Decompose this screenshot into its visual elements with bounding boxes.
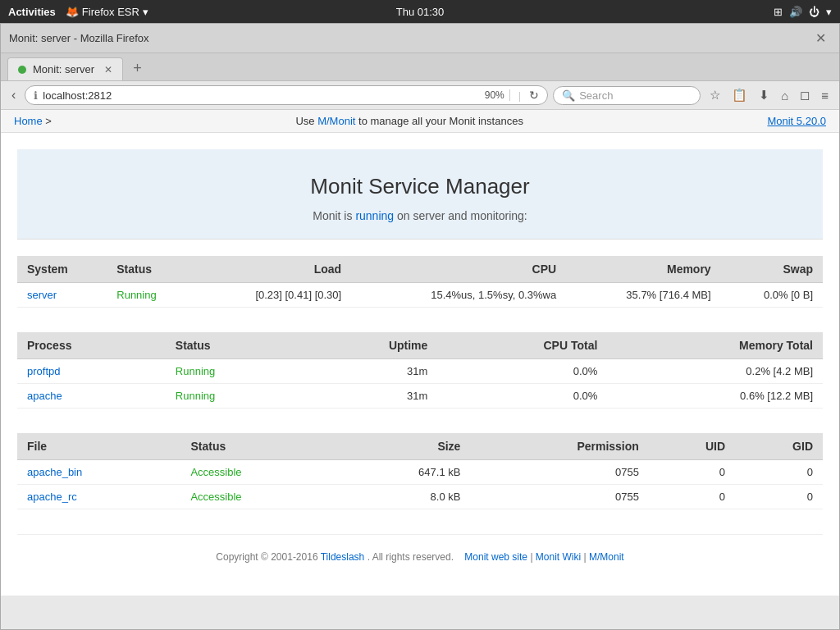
subtitle-prefix: Monit is — [313, 209, 352, 222]
swap-col-header: Swap — [721, 256, 823, 283]
file-status-cell: Accessible — [180, 485, 335, 509]
system-table-header-row: System Status Load CPU Memory Swap — [17, 256, 823, 283]
footer-monit-site-link[interactable]: Monit web site — [464, 551, 527, 563]
file-uid-cell: 0 — [649, 485, 735, 509]
address-field[interactable]: ℹ localhost:2812 90% | ↻ — [25, 85, 548, 105]
cpu-total-col-header: CPU Total — [437, 332, 607, 359]
breadcrumb-bar: Home > Use M/Monit to manage all your Mo… — [1, 110, 839, 133]
tab-bar: Monit: server ✕ + — [1, 53, 839, 81]
system-status-cell: Running — [107, 283, 194, 308]
browser-close-button[interactable]: ✕ — [810, 29, 831, 48]
file-status: Accessible — [190, 491, 241, 503]
new-tab-button[interactable]: + — [126, 57, 148, 80]
page-title: Monit Service Manager — [34, 174, 806, 199]
address-bar: ‹ ℹ localhost:2812 90% | ↻ 🔍 Search ☆ 📋 … — [1, 81, 839, 110]
process-name-cell: apache — [17, 384, 166, 409]
breadcrumb-separator: > — [45, 115, 52, 127]
search-icon: 🔍 — [562, 89, 575, 102]
bookmark-star-button[interactable]: ☆ — [705, 85, 724, 105]
network-icon: ⊞ — [774, 6, 783, 18]
table-row: apache_rc Accessible 8.0 kB 0755 0 0 — [17, 485, 823, 509]
process-cpu-cell: 0.0% — [437, 384, 607, 409]
browser-titlebar: Monit: server - Mozilla Firefox ✕ — [1, 24, 839, 53]
os-topbar: Activities 🦊 Firefox ESR ▾ Thu 01:30 ⊞ 🔊… — [0, 0, 840, 23]
permission-col-header: Permission — [470, 433, 648, 460]
file-permission-cell: 0755 — [470, 460, 648, 485]
tab-favicon — [18, 66, 26, 74]
file-table: File Status Size Permission UID GID apac… — [17, 433, 823, 509]
uid-col-header: UID — [649, 433, 735, 460]
page-header: Monit Service Manager Monit is running o… — [17, 149, 823, 240]
process-status-col-header: Status — [166, 332, 303, 359]
server-link[interactable]: server — [27, 289, 57, 301]
process-col-header: Process — [17, 332, 166, 359]
process-table-header-row: Process Status Uptime CPU Total Memory T… — [17, 332, 823, 359]
footer-mmonit-link[interactable]: M/Monit — [589, 551, 624, 563]
search-placeholder: Search — [579, 89, 613, 102]
home-link[interactable]: Home — [14, 115, 43, 127]
bookmark-button[interactable]: 📋 — [728, 85, 751, 105]
subtitle-suffix: on server and monitoring: — [397, 209, 527, 222]
process-memory-cell: 0.2% [4.2 MB] — [607, 359, 823, 384]
mmonit-link[interactable]: M/Monit — [317, 115, 355, 127]
system-name-cell: server — [17, 283, 107, 308]
monit-version-link[interactable]: Monit 5.20.0 — [767, 115, 826, 127]
tab-title: Monit: server — [33, 63, 94, 75]
download-button[interactable]: ⬇ — [755, 85, 774, 105]
footer-monit-wiki-link[interactable]: Monit Wiki — [536, 551, 581, 563]
load-col-header: Load — [195, 256, 352, 283]
active-tab[interactable]: Monit: server ✕ — [7, 57, 123, 80]
toolbar-icons: ☆ 📋 ⬇ ⌂ ◻ ≡ — [705, 85, 833, 105]
file-permission-cell: 0755 — [470, 485, 648, 509]
os-activities[interactable]: Activities — [8, 6, 56, 18]
file-col-header: File — [17, 433, 180, 460]
info-icon: ℹ — [34, 89, 38, 102]
file-name-cell: apache_rc — [17, 485, 180, 509]
page-footer: Copyright © 2001-2016 Tildeslash . All r… — [17, 534, 823, 579]
browser-window: Monit: server - Mozilla Firefox ✕ Monit:… — [0, 23, 840, 630]
os-firefox-label[interactable]: 🦊 Firefox ESR ▾ — [66, 6, 148, 18]
table-row: apache_bin Accessible 647.1 kB 0755 0 0 — [17, 460, 823, 485]
apache-link[interactable]: apache — [27, 390, 62, 402]
address-separator: | — [518, 89, 521, 102]
home-button[interactable]: ⌂ — [777, 86, 792, 105]
pocket-button[interactable]: ◻ — [796, 85, 814, 105]
file-name-cell: apache_bin — [17, 460, 180, 485]
footer-company-link[interactable]: Tildeslash — [321, 551, 365, 563]
apache-bin-link[interactable]: apache_bin — [27, 466, 82, 478]
file-status-cell: Accessible — [180, 460, 335, 485]
cpu-col-header: CPU — [351, 256, 566, 283]
gid-col-header: GID — [735, 433, 823, 460]
apache-rc-link[interactable]: apache_rc — [27, 491, 77, 503]
reload-button[interactable]: ↻ — [529, 89, 539, 102]
search-field[interactable]: 🔍 Search — [553, 86, 701, 105]
file-status-col-header: Status — [180, 433, 335, 460]
file-status: Accessible — [190, 466, 241, 478]
table-row: apache Running 31m 0.0% 0.6% [12.2 MB] — [17, 384, 823, 409]
os-time: Thu 01:30 — [396, 6, 445, 18]
page-subtitle: Monit is running on server and monitorin… — [34, 209, 806, 222]
status-col-header: Status — [107, 256, 194, 283]
file-size-cell: 8.0 kB — [336, 485, 471, 509]
footer-rights: . All rights reserved. — [368, 551, 454, 563]
tab-close-button[interactable]: ✕ — [104, 64, 112, 75]
menu-button[interactable]: ≡ — [817, 86, 833, 105]
uptime-col-header: Uptime — [303, 332, 438, 359]
power-icon: ⏻ — [809, 6, 819, 18]
system-table: System Status Load CPU Memory Swap serve… — [17, 256, 823, 308]
system-swap-cell: 0.0% [0 B] — [721, 283, 823, 308]
file-table-header-row: File Status Size Permission UID GID — [17, 433, 823, 460]
file-size-cell: 647.1 kB — [336, 460, 471, 485]
memory-col-header: Memory — [566, 256, 721, 283]
back-button[interactable]: ‹ — [7, 86, 20, 104]
process-uptime-cell: 31m — [303, 359, 438, 384]
process-uptime-cell: 31m — [303, 384, 438, 409]
size-col-header: Size — [336, 433, 471, 460]
system-col-header: System — [17, 256, 107, 283]
proftpd-link[interactable]: proftpd — [27, 365, 60, 377]
firefox-icon: 🦊 — [66, 6, 79, 18]
table-row: proftpd Running 31m 0.0% 0.2% [4.2 MB] — [17, 359, 823, 384]
running-status-link[interactable]: running — [355, 209, 394, 222]
file-uid-cell: 0 — [649, 460, 735, 485]
process-memory-cell: 0.6% [12.2 MB] — [607, 384, 823, 409]
